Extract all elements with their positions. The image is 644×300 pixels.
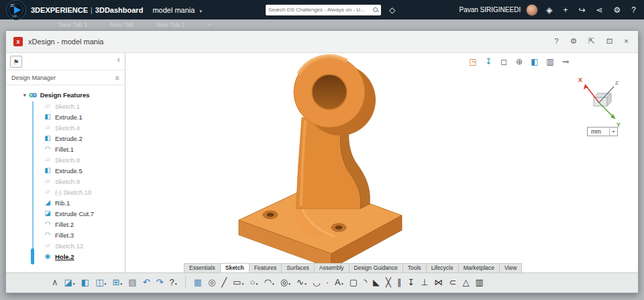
settings-icon[interactable]: ⚙ — [570, 38, 577, 46]
3d-viewport[interactable]: ◳↧◻⊕◧▥⊸ — [125, 53, 638, 272]
brand-3dexperience: 3DEXPERIENCE — [31, 6, 88, 14]
dashboard-tab[interactable]: New Tab 1 — [59, 21, 87, 28]
circle-icon[interactable]: ○▾ — [250, 278, 258, 287]
tab-design-guidance[interactable]: Design Guidance — [349, 263, 403, 272]
insert-component-icon[interactable]: ◳ — [468, 56, 478, 67]
units-dropdown[interactable]: mm ▾ — [587, 127, 618, 136]
tab-tools[interactable]: Tools — [402, 263, 427, 272]
tab-lifecycle[interactable]: Lifecycle — [426, 263, 459, 272]
save-icon[interactable]: ◫▾ — [95, 278, 106, 287]
tab-features[interactable]: Features — [249, 263, 282, 272]
view-cube-icon[interactable]: ◻ — [498, 56, 509, 67]
redo-icon[interactable]: ↷ — [156, 278, 164, 287]
project-icon[interactable]: ↧ — [407, 278, 415, 287]
sketch-new-icon[interactable]: ◪▾ — [64, 278, 75, 287]
corner-fillet-icon[interactable]: ◝ — [364, 278, 367, 287]
tab-assembly[interactable]: Assembly — [314, 263, 350, 272]
tag-icon[interactable]: ◇ — [389, 5, 395, 15]
pin-tool-button[interactable]: ⚑ — [10, 56, 22, 68]
zoom-icon[interactable]: ⊕ — [514, 56, 525, 67]
tree-item-hole-2[interactable]: Hole.2 — [6, 251, 125, 262]
feature-label: Fillet.2 — [55, 221, 74, 228]
tree-item-rib-1[interactable]: Rib.1 — [6, 197, 125, 208]
shaded-view-icon[interactable]: ◧ — [529, 56, 540, 67]
tab-essentials[interactable]: Essentials — [184, 263, 221, 272]
tools-icon[interactable]: ⚙ — [614, 6, 621, 14]
context-switcher[interactable]: model mania ▾ — [152, 6, 202, 14]
tree-expand-icon[interactable]: ▾ — [23, 93, 26, 98]
search-icon[interactable] — [373, 7, 378, 13]
toolbar-collapse-icon[interactable]: ∧ — [52, 278, 58, 287]
conic-icon[interactable]: ◡ — [313, 278, 320, 287]
section-view-icon[interactable]: ↧ — [483, 56, 494, 67]
arc-icon[interactable]: ◠▾ — [264, 278, 274, 287]
panel-menu-icon[interactable]: ≡ — [115, 70, 119, 85]
3ds-compass-logo[interactable]: 3D V.R — [6, 0, 26, 20]
help-icon[interactable]: ? — [631, 6, 636, 14]
help-icon[interactable]: ? — [554, 38, 558, 46]
line-icon[interactable]: ╱ — [221, 278, 227, 287]
chamfer-icon[interactable]: ◣ — [373, 278, 380, 287]
sketch-inspect-icon[interactable]: ◎ — [208, 278, 215, 287]
grid-icon[interactable]: ▦ — [194, 278, 202, 287]
close-icon[interactable]: × — [624, 38, 629, 46]
user-avatar[interactable] — [526, 4, 538, 16]
construction-icon[interactable]: △ — [462, 278, 469, 287]
slot-icon[interactable]: ▢ — [350, 278, 358, 287]
compose-icon[interactable]: ◈ — [546, 6, 552, 14]
tree-scrollbar-thumb[interactable] — [31, 248, 34, 264]
tab-surfaces[interactable]: Surfaces — [281, 263, 315, 272]
undo-icon[interactable]: ↶ — [143, 278, 150, 287]
tree-item-sketch-4[interactable]: Sketch.4 — [6, 122, 125, 133]
popout-icon[interactable]: ⊡ — [606, 38, 613, 46]
tree-item-sketch-12[interactable]: Sketch.12 — [6, 240, 125, 251]
text-icon[interactable]: A▾ — [335, 278, 343, 287]
perimeter-circle-icon[interactable]: ◎▾ — [280, 278, 290, 287]
add-tab-button[interactable]: + — [208, 21, 211, 28]
constraint-icon[interactable]: ⊥ — [421, 278, 428, 287]
layers-icon[interactable]: ▥ — [475, 278, 483, 287]
tree-item-sketch-8[interactable]: Sketch.8 — [6, 154, 125, 165]
offset-icon[interactable]: ∥ — [397, 278, 402, 287]
tree-item-extrude-5[interactable]: Extrude.5 — [6, 165, 125, 176]
axis-triad[interactable]: X Z Y — [574, 73, 627, 130]
community-icon[interactable]: ⋖ — [596, 6, 603, 14]
tab-view[interactable]: View — [499, 263, 522, 272]
measure-icon[interactable]: ▥ — [545, 56, 555, 67]
tree-item-sketch-1[interactable]: Sketch.1 — [6, 101, 125, 111]
point-icon[interactable]: ∙ — [326, 278, 329, 287]
maximize-icon[interactable]: ⇱ — [588, 38, 595, 46]
add-icon[interactable]: + — [563, 6, 568, 14]
tree-item-extrude-1[interactable]: Extrude.1 — [6, 111, 125, 122]
dashboard-tab[interactable]: New Tab 2 — [156, 21, 184, 28]
tab-sketch[interactable]: Sketch — [220, 263, 250, 272]
tree-item-fillet-2[interactable]: Fillet.2 — [6, 219, 125, 230]
pin-icon[interactable]: ⊸ — [560, 56, 571, 67]
panel-collapse-button[interactable]: ‹ — [117, 55, 120, 64]
dashboard-tab[interactable]: New Tab — [110, 21, 133, 28]
user-name[interactable]: Pavan SIRIGINEEDI — [459, 6, 521, 13]
mirror-icon[interactable]: ⋈ — [435, 278, 443, 287]
feature-label: Hole.2 — [55, 253, 74, 260]
sketch-update-icon[interactable]: ◧ — [81, 278, 89, 287]
tree-item-fillet-3[interactable]: Fillet.3 — [6, 230, 125, 240]
tree-item-extrude-cut-7[interactable]: Extrude Cut.7 — [6, 208, 125, 219]
offset-curve-icon[interactable]: ⊂ — [449, 278, 457, 287]
trim-icon[interactable]: ╳ — [386, 278, 391, 287]
share-icon[interactable]: ↪ — [578, 6, 585, 14]
feature-icon — [44, 146, 52, 152]
panel-title-row: Design Manager ≡ — [6, 70, 125, 85]
tree-item-fillet-1[interactable]: Fillet.1 — [6, 144, 125, 154]
paste-icon[interactable]: ▤ — [128, 278, 136, 287]
tree-item-extrude-2[interactable]: Extrude.2 — [6, 133, 125, 144]
export-icon[interactable]: ⊞▾ — [112, 278, 122, 287]
tab-marketplace[interactable]: Marketplace — [458, 263, 500, 272]
tree-item-sketch-10[interactable]: (-) Sketch.10 — [6, 187, 125, 197]
tree-item-sketch-9[interactable]: Sketch.9 — [6, 176, 125, 187]
search-bar[interactable] — [266, 5, 381, 15]
rectangle-icon[interactable]: ▭▾ — [233, 278, 244, 287]
tree-root-design-features[interactable]: ▾ Design Features — [6, 89, 125, 101]
search-input[interactable] — [268, 7, 373, 13]
help-icon[interactable]: ?▾ — [169, 278, 176, 287]
spline-icon[interactable]: ∿▾ — [297, 278, 307, 287]
